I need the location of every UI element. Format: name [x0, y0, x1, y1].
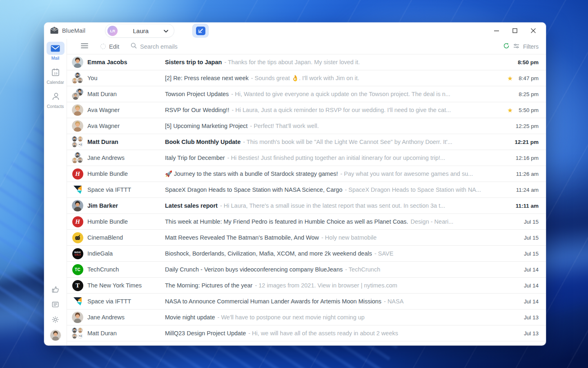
email-row[interactable]: Emma Jacobs Sisters trip to Japan- Thank… [67, 54, 546, 70]
sender-avatar[interactable] [72, 104, 83, 116]
email-row[interactable]: You [2] Re: Press release next week- Sou… [67, 70, 546, 86]
filter-icon[interactable] [513, 43, 519, 50]
edit-button[interactable]: Edit [100, 43, 119, 50]
sender-avatar[interactable]: H [72, 216, 83, 227]
email-row[interactable]: TC TechCrunch Daily Crunch - Verizon buy… [67, 262, 546, 278]
email-row[interactable]: +3 Matt Duran Book Club Monthly Update- … [67, 134, 546, 150]
email-row[interactable]: H Humble Bundle This week at Humble: My … [67, 214, 546, 230]
toolbar-right: Filters [503, 43, 539, 50]
email-sender: Matt Duran [87, 91, 165, 97]
mail-content: Edit [67, 39, 546, 346]
email-meta: Jul 14 [515, 298, 539, 305]
sidebar: Mail 19 Calendar [44, 39, 67, 346]
sender-avatar[interactable] [72, 200, 83, 211]
email-subject-line: Sisters trip to Japan- Thanks for the ti… [165, 59, 510, 65]
sidebar-item-label: Contacts [47, 104, 64, 109]
email-subject-line: Movie night update- We'll have to postpo… [165, 314, 510, 321]
email-snippet: - Hi Laura, Just a quick reminder to RSV… [232, 107, 451, 113]
sender-avatar[interactable] [72, 312, 83, 323]
email-snippet: - Hi, Wanted to give everyone a quick up… [231, 91, 450, 97]
email-subject: [5] Upcoming Marketing Project [165, 123, 247, 129]
close-button[interactable] [530, 27, 537, 34]
contacts-icon [47, 90, 65, 103]
refresh-icon[interactable] [503, 43, 510, 50]
svg-text:b: b [53, 27, 55, 30]
email-subject: NASA to Announce Commercial Human Lander… [165, 298, 381, 305]
email-sender: Jane Andrews [87, 314, 165, 321]
email-row[interactable]: +3 Matt Duran MillQ23 Design Project Upd… [67, 325, 546, 341]
email-snippet: - 12 images from 2021. View in browser |… [255, 282, 397, 289]
search-input[interactable] [140, 43, 234, 50]
email-row[interactable]: H Humble Bundle 🚀 Journey to the stars w… [67, 166, 546, 182]
notes-icon[interactable] [51, 300, 60, 309]
sender-avatar[interactable] [72, 88, 83, 100]
email-row[interactable]: Space via IFTTT NASA to Announce Commerc… [67, 294, 546, 310]
thumbs-up-icon[interactable] [51, 285, 60, 294]
email-subject: Daily Crunch - Verizon buys videoconfere… [165, 266, 343, 273]
email-time: Jul 14 [515, 283, 539, 289]
email-row[interactable]: Jane Andrews Movie night update- We'll h… [67, 310, 546, 325]
sender-avatar[interactable]: TC [72, 264, 83, 275]
hamburger-menu-icon[interactable] [81, 43, 88, 50]
email-row[interactable]: Ava Wagner RSVP for Our Wedding!!- Hi La… [67, 102, 546, 118]
email-subject-line: [2] Re: Press release next week- Sounds … [165, 75, 503, 82]
email-meta: 8:50 pm [515, 59, 539, 65]
email-subject-line: Daily Crunch - Verizon buys videoconfere… [165, 266, 510, 273]
email-meta: Jul 15 [515, 235, 539, 241]
email-row[interactable]: Ava Wagner [5] Upcoming Marketing Projec… [67, 118, 546, 134]
email-subject: SpaceX Dragon Heads to Space Station wit… [165, 186, 342, 193]
sidebar-bottom [50, 285, 61, 346]
bluemail-logo-icon: b [50, 26, 59, 36]
minimize-button[interactable] [493, 27, 500, 34]
sender-avatar[interactable] [72, 72, 83, 84]
sender-avatar[interactable] [72, 232, 83, 243]
filters-label[interactable]: Filters [523, 43, 539, 50]
compose-button[interactable] [192, 24, 209, 38]
email-row[interactable]: Jim Barker Latest sales report- Hi Laura… [67, 198, 546, 214]
star-icon[interactable]: ★ [508, 107, 513, 113]
email-time: 8:47 pm [515, 75, 539, 81]
email-row[interactable]: INDIEGALA IndieGala Bioshock, Borderland… [67, 246, 546, 262]
star-icon[interactable]: ★ [508, 75, 513, 81]
sender-avatar[interactable] [72, 120, 83, 132]
email-meta: 8:25 pm [515, 91, 539, 97]
email-row[interactable]: Jane Andrews Italy Trip for December- Hi… [67, 150, 546, 166]
sender-avatar[interactable] [72, 152, 83, 164]
maximize-button[interactable] [511, 27, 519, 34]
sender-avatar[interactable] [72, 296, 83, 307]
chevron-down-icon [164, 27, 168, 34]
email-subject-line: Latest sales report- Hi Laura, There's a… [165, 202, 510, 209]
email-sender: Emma Jacobs [87, 59, 165, 65]
sender-avatar[interactable]: T [72, 280, 83, 291]
sender-avatar[interactable]: +3 [72, 136, 83, 148]
sender-avatar[interactable] [72, 184, 83, 195]
user-profile-avatar[interactable] [50, 330, 61, 341]
email-meta: Jul 15 [515, 251, 539, 257]
email-sender: Ava Wagner [87, 123, 165, 129]
bluemail-window: b BlueMail LR Laura [44, 22, 546, 346]
email-sender: You [87, 75, 165, 81]
email-subject-line: [5] Upcoming Marketing Project- Perfect!… [165, 123, 510, 129]
sender-avatar[interactable]: H [72, 168, 83, 180]
email-sender: Matt Duran [87, 330, 165, 337]
email-row[interactable]: Matt Duran Towson Project Updates- Hi, W… [67, 86, 546, 102]
email-row[interactable]: T The New York Times The Morning: Pictur… [67, 278, 546, 294]
email-time: 12:16 pm [515, 155, 539, 161]
sidebar-item-calendar[interactable]: 19 Calendar [46, 66, 65, 85]
email-sender: Jim Barker [87, 202, 165, 209]
gear-icon[interactable] [51, 315, 60, 324]
email-meta: 12:16 pm [515, 155, 539, 161]
email-subject-line: 🚀 Journey to the stars with a bundle of … [165, 171, 510, 177]
email-row[interactable]: Space via IFTTT SpaceX Dragon Heads to S… [67, 182, 546, 198]
sidebar-item-contacts[interactable]: Contacts [46, 90, 65, 109]
sidebar-item-mail[interactable]: Mail [46, 42, 65, 61]
email-snippet: - Hi Besties! Just finished putting toge… [227, 155, 445, 161]
email-snippet: Design - Neari... [411, 218, 454, 225]
window-body: Mail 19 Calendar [44, 39, 546, 346]
sender-avatar[interactable]: +3 [72, 328, 83, 339]
email-meta: Jul 13 [515, 330, 539, 337]
sender-avatar[interactable]: INDIEGALA [72, 248, 83, 259]
account-switcher[interactable]: LR Laura [105, 24, 174, 38]
email-row[interactable]: CinemaBlend Matt Reeves Revealed The Bat… [67, 230, 546, 246]
sender-avatar[interactable] [72, 56, 83, 68]
